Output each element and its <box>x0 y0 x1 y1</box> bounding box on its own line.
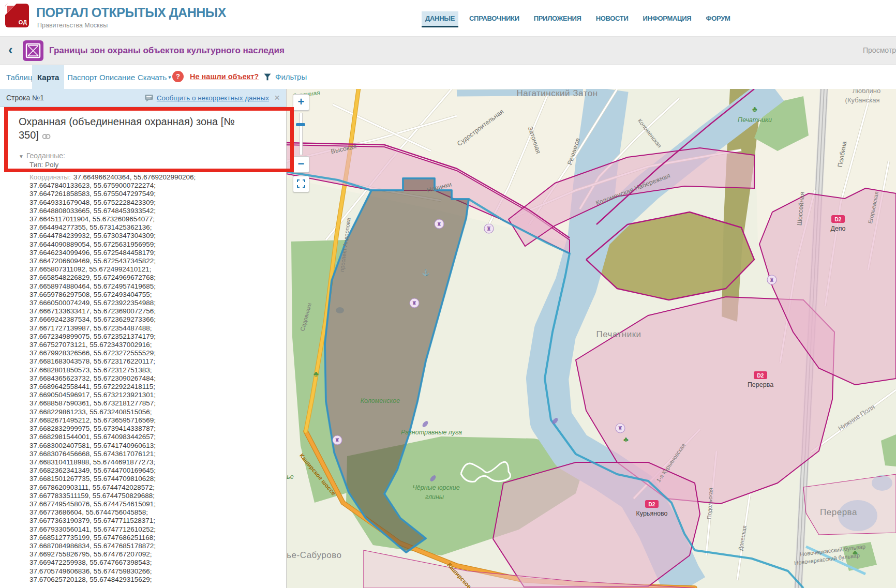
portal-title[interactable]: ПОРТАЛ ОТКРЫТЫХ ДАННЫХ <box>36 5 226 20</box>
coordinate-value: 37.6672349899075, 55.6723521374179; <box>29 333 286 341</box>
filters-button[interactable]: Фильтры <box>264 72 307 81</box>
map-label: глины <box>425 493 444 501</box>
toolbar: Таблица Карта Паспорт Описание Скачать ▾… <box>0 65 896 89</box>
map-label: Люблино <box>853 89 880 95</box>
coordinate-value: 37.6683076456668, 55.6743617076121; <box>29 450 286 458</box>
tree-icon: ♣ <box>313 369 319 378</box>
coordinate-value: 37.6677833511159, 55.6744750829688; <box>29 492 286 500</box>
zoom-slider-handle[interactable] <box>296 123 305 126</box>
d2-badge-text: D2 <box>757 373 764 379</box>
coordinate-value: 37.6687084986834, 55.6747685178872; <box>29 542 286 550</box>
coordinate-value: 37.6684365623732, 55.6723090267484; <box>29 374 286 383</box>
station-label: Курьяново <box>636 510 668 517</box>
comment-icon <box>144 94 154 102</box>
map-label: (Кубанская <box>845 96 880 104</box>
coordinate-value: 37.6679330560141, 55.6747712610252; <box>29 525 286 534</box>
chevron-down-icon: ▾ <box>168 74 171 81</box>
coordinate-value: 37.6658548226829, 55.6724969672768; <box>29 274 286 282</box>
portal-logo-icon[interactable]: ОД <box>5 4 29 27</box>
help-icon[interactable]: ? <box>172 71 184 82</box>
coordinate-value: 37.6659786297508, 55.672493404755; <box>29 291 286 299</box>
download-menu[interactable]: Скачать ▾ <box>132 65 176 89</box>
map-label: Перерва <box>820 507 857 517</box>
zoom-out-button[interactable]: − <box>293 156 309 173</box>
coordinate-value: 37.6682981544001, 55.6740983442657; <box>29 433 286 441</box>
coordinate-value: 37.6685127735199, 55.6747686251168; <box>29 534 286 542</box>
museum-icon: ♜ <box>412 300 417 306</box>
map-label: Печатники <box>596 329 641 339</box>
coordinate-value: 37.6690504596917, 55.6732123921301; <box>29 391 286 399</box>
record-panel: Строка №1 Сообщить о некоррект​ных данны… <box>0 89 287 588</box>
geometry-type: Тип: Poly <box>29 161 286 169</box>
permalink-icon[interactable] <box>42 129 51 143</box>
tab-map[interactable]: Карта <box>32 65 64 89</box>
coordinate-value: 37.6681683043578, 55.6723176220117; <box>29 357 286 366</box>
report-incorrect-data-link[interactable]: Сообщить о некоррект​ных данных <box>157 94 269 102</box>
coordinate-value: 37.6689642558441, 55.6722922418115; <box>29 383 286 391</box>
coordinate-value: 37.6644090889054, 55.6725631956959; <box>29 240 286 249</box>
coordinate-value: 37.6669242387534, 55.6723629273366; <box>29 315 286 324</box>
coordinate-value: 37.668229861233, 55.6732408515056; <box>29 408 286 416</box>
coordinate-value: 37.6645117011904, 55.6732609654077; <box>29 215 286 223</box>
header: ОД ПОРТАЛ ОТКРЫТЫХ ДАННЫХ Правительства … <box>0 0 896 37</box>
coordinate-value: 37.667527073121, 55.6723437002916; <box>29 341 286 349</box>
map-label: Чёрные юрские <box>412 484 459 491</box>
close-icon[interactable]: × <box>274 92 280 103</box>
coordinate-value: 37.6658974880464, 55.6724957419685; <box>29 282 286 291</box>
museum-icon: ♜ <box>437 221 442 227</box>
map[interactable]: ♜♜♜♜♜♜♣♣♣♣⚓Нагатинский ЗатонСудостроител… <box>286 89 896 588</box>
zoom-slider-track[interactable] <box>300 113 303 155</box>
logo-abbr: ОД <box>19 19 27 25</box>
fullscreen-button[interactable] <box>293 176 309 192</box>
nav-item-news[interactable]: НОВОСТИ <box>592 11 632 26</box>
coordinate-value: 37.6683104118988, 55.6744691877273; <box>29 458 286 466</box>
row-label: Строка №1 <box>6 94 44 102</box>
zoom-in-button[interactable]: + <box>293 94 309 111</box>
coordinate-value: 37.6647261858583, 55.6755047297549; <box>29 190 286 198</box>
coordinate-value: 37.6660500074249, 55.6723922354988; <box>29 299 286 307</box>
nav-item-apps[interactable]: ПРИЛОЖЕНИЯ <box>530 11 585 26</box>
main-nav: ДАННЫЕ СПРАВОЧНИКИ ПРИЛОЖЕНИЯ НОВОСТИ ИН… <box>422 11 734 27</box>
coordinate-value: 37.66773686604, 55.6744756045858; <box>29 508 286 517</box>
coordinate-value: 37.6681501267735, 55.6744709810628; <box>29 475 286 483</box>
coordinate-value: 37.6679928326566, 55.6723272555529; <box>29 349 286 357</box>
coordinate-value: 37.6705749606836, 55.674759830266; <box>29 567 286 576</box>
coordinate-value: 37.6682362341349, 55.6744700169645; <box>29 466 286 475</box>
portal-page: ОД ПОРТАЛ ОТКРЫТЫХ ДАННЫХ Правительства … <box>0 0 896 588</box>
funnel-icon <box>264 73 272 81</box>
coordinates-list: Координаты:37.664966240364, 55.676920299… <box>29 173 286 584</box>
protection-zone <box>493 462 700 587</box>
coordinate-value: 37.6692755826795, 55.674767207092; <box>29 550 286 559</box>
back-button[interactable]: ‹ <box>8 42 13 58</box>
map-label: Нагатинский Затон <box>516 89 598 98</box>
coordinate-value: 37.6677495458076, 55.6744754615091; <box>29 500 286 508</box>
nav-item-directories[interactable]: СПРАВОЧНИКИ <box>466 11 523 26</box>
museum-icon: ♜ <box>769 277 774 283</box>
coordinates-label: Координаты: <box>29 173 71 181</box>
collapse-triangle-icon: ▼ <box>19 154 24 159</box>
coordinate-value: 37.6647206609469, 55.6725437345822; <box>29 257 286 265</box>
coordinate-value: 37.6682832999975, 55.6739414338787; <box>29 425 286 433</box>
filters-label: Фильтры <box>275 72 307 81</box>
tree-icon: ♣ <box>752 104 757 113</box>
nav-item-data[interactable]: ДАННЫЕ <box>422 11 458 27</box>
coordinate-value: 37.664494277355, 55.6731425362136; <box>29 223 286 232</box>
not-found-link[interactable]: Не нашли объект? <box>190 72 259 81</box>
views-counter: Просмотре <box>863 46 896 54</box>
coordinate-value: 37.6671727139987, 55.672354487488; <box>29 324 286 333</box>
dataset-icon <box>23 40 43 61</box>
coordinate-value: 37.665807311092, 55.6724992410121; <box>29 265 286 274</box>
coordinate-value: 37.6648808033665, 55.6748453933542; <box>29 207 286 215</box>
geodata-section-toggle[interactable]: ▼Геоданные: <box>19 152 286 160</box>
museum-icon: ♜ <box>618 425 623 431</box>
portal-subtitle: Правительства Москвы <box>37 22 108 29</box>
map-label: ье <box>287 473 294 480</box>
coordinate-value: 37.6678620903111, 55.6744742028572; <box>29 484 286 492</box>
nav-item-forum[interactable]: ФОРУМ <box>702 11 734 26</box>
museum-icon: ♜ <box>486 225 491 232</box>
d2-badge-text: D2 <box>649 502 655 507</box>
nav-item-info[interactable]: ИНФОРМАЦИЯ <box>639 11 695 26</box>
coordinate-value: 37.6649331679048, 55.6752228423309; <box>29 199 286 207</box>
record-panel-header: Строка №1 Сообщить о некоррект​ных данны… <box>0 89 286 107</box>
anchor-icon: ⚓ <box>422 268 430 276</box>
